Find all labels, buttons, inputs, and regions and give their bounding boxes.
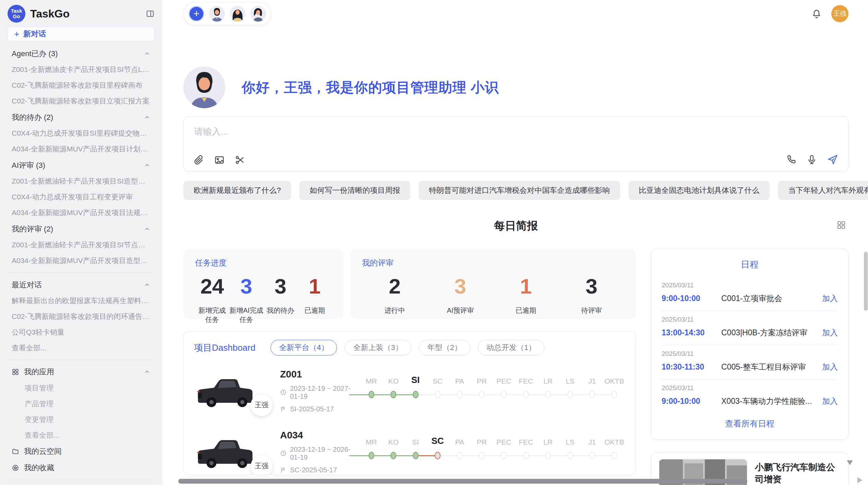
sidebar-section: 我的待办 (2) C0X4-动力总成开发项目SI里程碑提交物检查A034-全新新… bbox=[0, 109, 162, 157]
sidebar-task-item[interactable]: C0X4-动力总成开发项目SI里程碑提交物检查 bbox=[0, 125, 162, 141]
schedule-item: 2025/03/11 10:30-11:30 C005-整车工程目标评审 加入 bbox=[662, 345, 838, 380]
schedule-time: 9:00-10:00 bbox=[662, 397, 716, 406]
milestone-label: PA bbox=[449, 373, 471, 385]
vertical-scrollbar-thumb[interactable] bbox=[864, 252, 868, 311]
milestone-connector bbox=[371, 455, 393, 456]
recent-conversation-item[interactable]: 解释最新出台的欧盟报废车法规再生塑料比例被调至15%... bbox=[0, 293, 162, 309]
schedule-title: 日程 bbox=[662, 259, 838, 271]
milestone-connector bbox=[437, 394, 459, 395]
suggestion-chip[interactable]: 当下年轻人对汽车外观有怎样的喜好趋势 bbox=[778, 181, 868, 200]
sidebar-task-item[interactable]: A034-全新新能源MUV产品开发项目造型可行性评审 bbox=[0, 253, 162, 269]
insert-image-button[interactable] bbox=[214, 154, 225, 165]
horizontal-scrollbar-thumb[interactable] bbox=[178, 479, 747, 484]
member-avatar[interactable] bbox=[230, 6, 245, 22]
sidebar-section-header[interactable]: Agent已办 (3) bbox=[0, 45, 162, 62]
join-meeting-link[interactable]: 加入 bbox=[817, 396, 838, 407]
project-row[interactable]: 王强 Z001 2023-12-19 ~ 2027-01-19 bbox=[194, 365, 625, 416]
my-cloud-space-item[interactable]: 我的云空间 bbox=[0, 443, 162, 460]
milestone-label: FEC bbox=[515, 373, 537, 385]
recent-view-all-link[interactable]: 查看全部... bbox=[0, 340, 162, 356]
sidebar-task-item[interactable]: Z001-全新燃油轻卡产品开发项目SI造型提交物评审 bbox=[0, 173, 162, 189]
milestone-node bbox=[369, 391, 374, 398]
stat-metrics: 2 进行中 3 AI预评审 1 已逾期 3 bbox=[362, 276, 624, 315]
schedule-date: 2025/03/11 bbox=[662, 350, 838, 358]
dashboard-tab[interactable]: 全新平台（4） bbox=[270, 340, 337, 356]
notifications-button[interactable] bbox=[811, 9, 822, 19]
milestone: OKTB bbox=[603, 434, 625, 472]
milestone-label: LS bbox=[559, 434, 581, 446]
join-meeting-link[interactable]: 加入 bbox=[817, 293, 838, 304]
new-chat-label: 新对话 bbox=[23, 29, 46, 39]
my-favorites-item[interactable]: 我的收藏 bbox=[0, 460, 162, 476]
suggestion-chip[interactable]: 欧洲新规最近颁布了什么? bbox=[183, 181, 291, 200]
star-circle-icon bbox=[12, 464, 19, 472]
suggestion-chip[interactable]: 特朗普可能对进口汽车增税会对中国车企造成哪些影响 bbox=[419, 181, 620, 200]
project-row[interactable]: 王强 A034 2023-12-19 ~ 2026-01-19 bbox=[194, 426, 625, 475]
layout-grid-icon[interactable] bbox=[836, 220, 846, 230]
chat-input[interactable] bbox=[184, 117, 848, 141]
greeting-row: 你好，王强，我是你的项目管理助理 小识 bbox=[183, 66, 848, 108]
new-chat-button[interactable]: + 新对话 bbox=[8, 27, 155, 41]
sidebar-section: 我的评审 (2) Z001-全新燃油轻卡产品开发项目SI节点属性5D文件评审A0… bbox=[0, 221, 162, 269]
app-sub-item[interactable]: 产品管理 bbox=[0, 396, 162, 412]
metric-label: 已逾期 bbox=[493, 306, 558, 315]
milestone: J1 bbox=[581, 434, 603, 472]
app-sub-item[interactable]: 变更管理 bbox=[0, 412, 162, 427]
view-all-schedule-link[interactable]: 查看所有日程 bbox=[662, 418, 838, 429]
milestone-connector bbox=[482, 455, 504, 456]
sidebar-section-header[interactable]: 我的待办 (2) bbox=[0, 109, 162, 125]
milestone-node bbox=[501, 391, 507, 398]
voice-call-button[interactable] bbox=[786, 154, 797, 165]
dashboard-header: 项目Dashboard 全新平台（4）全新上装（3）年型（2）动总开发（1） bbox=[194, 340, 625, 356]
member-avatar[interactable] bbox=[250, 6, 266, 22]
sidebar-section-header[interactable]: 我的评审 (2) bbox=[0, 221, 162, 237]
user-avatar[interactable]: 王强 bbox=[831, 5, 848, 22]
sidebar-section-title: 我的待办 (2) bbox=[12, 112, 53, 123]
app-sub-item[interactable]: 项目管理 bbox=[0, 380, 162, 396]
sidebar-section-header[interactable]: AI评审 (3) bbox=[0, 157, 162, 173]
sidebar-task-item[interactable]: C02-飞腾新能源轻客改款项目立项汇报方案 bbox=[0, 93, 162, 109]
suggestion-chips: 欧洲新规最近颁布了什么?如何写一份清晰的项目周报特朗普可能对进口汽车增税会对中国… bbox=[183, 181, 848, 200]
milestone: SC bbox=[426, 434, 448, 472]
milestone-connector bbox=[526, 394, 548, 395]
milestone: LS bbox=[559, 434, 581, 472]
screenshot-button[interactable] bbox=[234, 154, 245, 165]
recent-conversation-item[interactable]: 公司Q3轻卡销量 bbox=[0, 324, 162, 340]
scroll-down-arrow[interactable] bbox=[847, 460, 853, 465]
sidebar-section-items: C0X4-动力总成开发项目SI里程碑提交物检查A034-全新新能源MUV产品开发… bbox=[0, 125, 162, 157]
app-sub-item[interactable]: 查看全部... bbox=[0, 427, 162, 443]
image-icon bbox=[214, 154, 225, 165]
suggestion-chip[interactable]: 如何写一份清晰的项目周报 bbox=[299, 181, 410, 200]
member-avatar[interactable] bbox=[209, 6, 225, 22]
recent-conversation-item[interactable]: C02-飞腾新能源轻客改款项目的闭环通告反馈情况 bbox=[0, 309, 162, 324]
recent-section-header[interactable]: 最近对话 bbox=[0, 276, 162, 293]
join-meeting-link[interactable]: 加入 bbox=[817, 327, 838, 338]
dashboard-tab[interactable]: 全新上装（3） bbox=[345, 340, 411, 356]
microphone-button[interactable] bbox=[806, 154, 817, 165]
milestone-connector bbox=[526, 455, 548, 456]
topbar: + 王强 bbox=[183, 0, 848, 26]
send-button[interactable] bbox=[827, 154, 839, 165]
milestone-connector bbox=[570, 455, 592, 456]
sidebar-task-item[interactable]: C0X4-动力总成开发项目工程变更评审 bbox=[0, 189, 162, 205]
suggestion-chip[interactable]: 比亚迪全固态电池计划具体说了什么 bbox=[628, 181, 770, 200]
milestone-node bbox=[479, 391, 485, 398]
collapse-panel-button[interactable] bbox=[146, 9, 155, 18]
metric-value: 2 bbox=[362, 276, 427, 297]
my-apps-header[interactable]: 我的应用 bbox=[0, 364, 162, 380]
stat-metrics: 24 新增完成任务 3 新增AI完成任务 3 我的待办 bbox=[195, 276, 332, 324]
dashboard-tab[interactable]: 动总开发（1） bbox=[478, 340, 544, 356]
divider bbox=[8, 480, 154, 480]
sidebar-task-item[interactable]: Z001-全新燃油轻卡产品开发项目SI节点属性5D文件评审 bbox=[0, 237, 162, 253]
sidebar-task-item[interactable]: A034-全新新能源MUV产品开发项目计划变更表编写 bbox=[0, 141, 162, 157]
sidebar-task-item[interactable]: A034-全新新能源MUV产品开发项目法规符合性评审 bbox=[0, 205, 162, 221]
add-member-button[interactable]: + bbox=[189, 6, 204, 22]
phone-icon bbox=[786, 154, 797, 165]
sidebar-task-item[interactable]: C02-飞腾新能源轻客改款项目里程碑画布 bbox=[0, 77, 162, 93]
join-meeting-link[interactable]: 加入 bbox=[817, 362, 838, 372]
attach-file-button[interactable] bbox=[193, 154, 204, 165]
schedule-item-row: 10:30-11:30 C005-整车工程目标评审 加入 bbox=[662, 362, 838, 372]
scroll-right-arrow[interactable] bbox=[857, 477, 863, 483]
sidebar-task-item[interactable]: Z001-全新燃油皮卡产品开发项目SI节点Lesson Learn报告 bbox=[0, 62, 162, 77]
dashboard-tab[interactable]: 年型（2） bbox=[419, 340, 470, 356]
